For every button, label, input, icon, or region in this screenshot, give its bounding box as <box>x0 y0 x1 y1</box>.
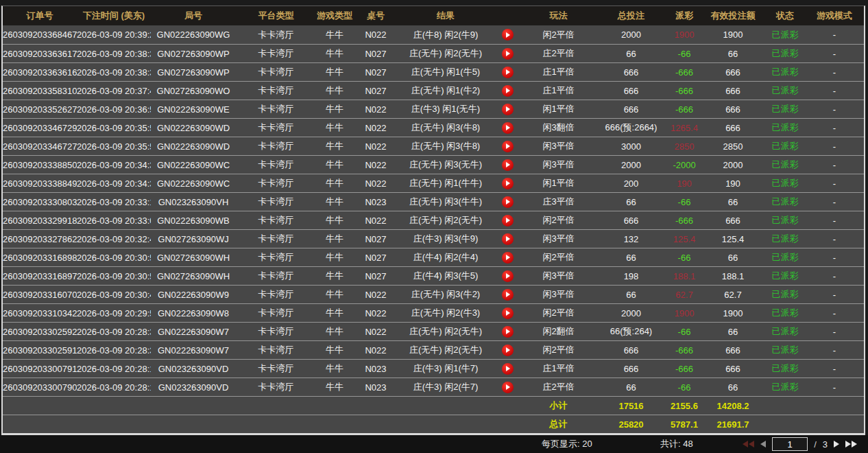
play-triangle-icon <box>506 329 510 334</box>
valid-bet-cell: 1900 <box>701 308 765 318</box>
platform-cell: 卡卡湾厅 <box>236 251 316 264</box>
time-cell: 2026-03-09 20:33:09 <box>77 216 151 226</box>
status-cell: 已派彩 <box>765 214 805 226</box>
first-page-icon[interactable] <box>743 441 754 448</box>
play-icon[interactable] <box>502 196 514 208</box>
play-icon[interactable] <box>502 363 514 375</box>
platform-cell: 卡卡湾厅 <box>236 159 316 171</box>
platform-cell: 卡卡湾厅 <box>236 84 316 97</box>
round-cell: GN022263090W7 <box>151 345 236 356</box>
table-row: 2603092033526272026-03-09 20:36:51GN0222… <box>3 100 864 118</box>
round-cell: GN022263090W7 <box>151 327 236 337</box>
table-no-cell: N023 <box>353 364 398 374</box>
table-no-cell: N027 <box>353 49 398 59</box>
play-icon[interactable] <box>502 48 514 60</box>
status-cell: 已派彩 <box>765 159 805 171</box>
platform-cell: 卡卡湾厅 <box>236 47 316 60</box>
play-icon[interactable] <box>502 104 514 115</box>
game-type-cell: 牛牛 <box>316 177 353 189</box>
column-header: 局号 <box>151 10 236 22</box>
round-cell: GN023263090VD <box>151 364 236 374</box>
column-header: 玩法 <box>522 10 594 22</box>
table-no-cell: N027 <box>353 271 398 281</box>
play-icon[interactable] <box>502 141 514 152</box>
play-icon[interactable] <box>502 345 514 356</box>
result-cell: 庄(牛3) 闲1(无牛) <box>398 103 493 115</box>
page-count: 3 <box>823 439 828 450</box>
round-cell: GN023263090VH <box>151 197 236 207</box>
game-type-cell: 牛牛 <box>316 84 353 97</box>
play-icon[interactable] <box>502 122 514 134</box>
play-icon[interactable] <box>502 29 514 40</box>
result-cell: 庄(无牛) 闲2(无牛) <box>398 325 493 338</box>
table-no-cell: N027 <box>353 253 398 263</box>
play-icon[interactable] <box>502 178 514 189</box>
game-type-cell: 牛牛 <box>316 159 353 171</box>
valid-bet-cell: 2000 <box>701 160 765 170</box>
game-mode-cell: - <box>805 141 864 152</box>
pagination-bar: 每页显示: 20 共计: 48 / 3 <box>0 435 868 453</box>
round-cell: GN027263090WP <box>151 67 236 78</box>
total-bet-cell: 2000 <box>594 160 668 170</box>
round-cell: GN027263090WJ <box>151 234 236 244</box>
play-icon[interactable] <box>502 215 514 226</box>
valid-bet-cell: 666 <box>701 123 765 133</box>
game-type-cell: 牛牛 <box>316 251 353 264</box>
game-type-cell: 牛牛 <box>316 381 353 393</box>
payout-cell: -666 <box>668 86 701 96</box>
play-type-cell: 闲3平倍 <box>522 159 594 171</box>
prev-page-icon[interactable] <box>760 441 766 448</box>
time-cell: 2026-03-09 20:37:46 <box>77 86 151 96</box>
play-icon-cell <box>493 325 522 337</box>
play-icon[interactable] <box>502 289 514 301</box>
table-no-cell: N022 <box>353 290 398 300</box>
status-cell: 已派彩 <box>765 66 805 78</box>
result-cell: 庄(无牛) 闲2(无牛) <box>398 214 493 226</box>
page-input[interactable] <box>772 437 808 451</box>
next-page-icon[interactable] <box>834 441 839 448</box>
play-icon-cell <box>493 159 522 170</box>
result-cell: 庄(无牛) 闲2(牛3) <box>398 307 493 319</box>
time-cell: 2026-03-09 20:34:38 <box>77 178 151 189</box>
play-icon[interactable] <box>502 159 514 171</box>
round-cell: GN022263090WC <box>151 178 236 189</box>
play-icon[interactable] <box>502 326 514 338</box>
round-cell: GN022263090WB <box>151 216 236 226</box>
round-cell: GN022263090W9 <box>151 290 236 300</box>
payout-cell: 190 <box>668 178 701 189</box>
status-cell: 已派彩 <box>765 270 805 282</box>
platform-cell: 卡卡湾厅 <box>236 288 316 301</box>
play-icon[interactable] <box>502 382 514 393</box>
play-icon-cell <box>493 140 522 152</box>
game-mode-cell: - <box>805 290 864 300</box>
total-bet-cell: 2000 <box>594 308 668 318</box>
game-mode-cell: - <box>805 197 864 207</box>
round-cell: GN022263090WG <box>151 30 236 40</box>
play-type-cell: 庄1平倍 <box>522 66 594 78</box>
result-cell: 庄(无牛) 闲1(牛5) <box>398 66 493 78</box>
valid-bet-cell: 666 <box>701 345 765 356</box>
play-icon[interactable] <box>502 67 514 78</box>
round-cell: GN022263090WE <box>151 104 236 115</box>
play-icon-cell <box>493 177 522 189</box>
total-bet-cell: 666(预:2664) <box>594 121 668 134</box>
table-row: 2603092033636162026-03-09 20:38:37GN0272… <box>3 62 864 81</box>
play-icon[interactable] <box>502 85 514 97</box>
play-type-cell: 闲2平倍 <box>522 344 594 356</box>
last-page-icon[interactable] <box>845 441 857 448</box>
result-cell: 庄(无牛) 闲1(牛2) <box>398 84 493 97</box>
play-triangle-icon <box>506 347 510 353</box>
total-bet-cell: 666 <box>594 345 668 356</box>
play-icon[interactable] <box>502 252 514 264</box>
table-no-cell: N022 <box>353 216 398 226</box>
payout-cell: -66 <box>668 49 701 59</box>
payout-cell: -66 <box>668 197 701 207</box>
platform-cell: 卡卡湾厅 <box>236 270 316 282</box>
play-icon[interactable] <box>502 307 514 319</box>
platform-cell: 卡卡湾厅 <box>236 29 316 41</box>
play-icon-cell <box>493 288 522 300</box>
play-icon[interactable] <box>502 270 514 282</box>
play-icon[interactable] <box>502 233 514 245</box>
play-type-cell: 闲1平倍 <box>522 103 594 115</box>
order-cell: 260309203368467 <box>3 30 77 40</box>
